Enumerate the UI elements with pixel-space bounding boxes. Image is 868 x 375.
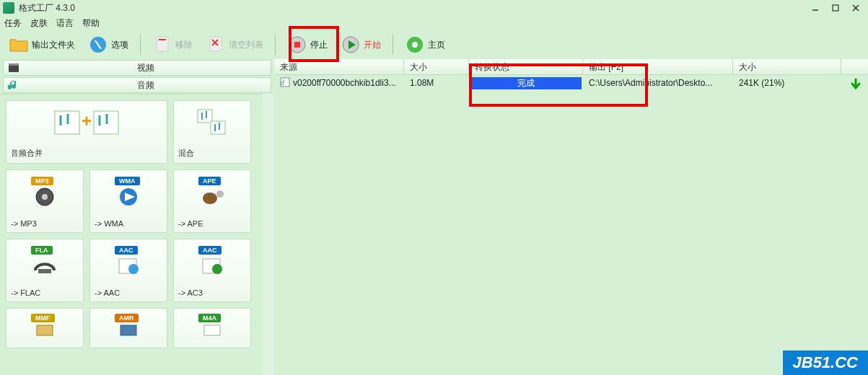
options-button[interactable]: 选项 bbox=[84, 33, 133, 56]
amr-icon: AMR bbox=[110, 313, 147, 339]
format-wma[interactable]: WMA -> WMA bbox=[89, 169, 167, 233]
svg-rect-21 bbox=[198, 110, 212, 123]
th-size[interactable]: 大小 bbox=[404, 59, 469, 74]
left-panel: 视频 音频 + 音频合并 混合 MP3 -> MP3 bbox=[0, 59, 274, 375]
badge-amr: AMR bbox=[115, 314, 139, 322]
format-label: 音频合并 bbox=[11, 148, 162, 159]
svg-point-31 bbox=[128, 264, 139, 274]
format-label: 混合 bbox=[178, 148, 246, 159]
category-video-label: 视频 bbox=[25, 62, 266, 74]
badge-aac: AAC bbox=[115, 246, 138, 255]
badge-aac2: AAC bbox=[198, 246, 222, 255]
format-aac[interactable]: AAC -> AAC bbox=[89, 239, 167, 302]
flac-icon: FLA bbox=[26, 244, 63, 278]
th-output[interactable]: 输出 [F2] bbox=[583, 59, 733, 74]
separator bbox=[393, 35, 393, 55]
clear-list-button[interactable]: 清空列表 bbox=[201, 33, 268, 56]
format-mmf[interactable]: MMF bbox=[6, 308, 84, 348]
close-button[interactable] bbox=[846, 1, 865, 14]
badge-ape: APE bbox=[198, 177, 221, 185]
task-list-panel: 来源 大小 转换状态 输出 [F2] 大小 v0200ff70000bchkib… bbox=[274, 59, 868, 375]
home-icon bbox=[405, 35, 425, 55]
format-label: -> AC3 bbox=[178, 288, 246, 297]
svg-rect-36 bbox=[204, 325, 220, 335]
svg-rect-35 bbox=[120, 325, 136, 335]
format-amr[interactable]: AMR bbox=[89, 308, 167, 348]
svg-text:+: + bbox=[82, 111, 92, 131]
badge-m4a: M4A bbox=[198, 314, 221, 322]
format-label: -> APE bbox=[178, 219, 246, 228]
options-label: 选项 bbox=[111, 39, 128, 51]
format-audio-merge[interactable]: + 音频合并 bbox=[6, 100, 167, 164]
menu-tasks[interactable]: 任务 bbox=[4, 17, 22, 30]
menu-help[interactable]: 帮助 bbox=[82, 17, 100, 30]
toolbar: 输出文件夹 选项 移除 清空列表 停止 开始 主页 bbox=[0, 30, 868, 59]
badge-wma: WMA bbox=[115, 177, 140, 185]
remove-label: 移除 bbox=[175, 39, 193, 51]
download-arrow-icon[interactable] bbox=[849, 78, 862, 93]
ape-icon: APE bbox=[193, 175, 231, 209]
menu-skin[interactable]: 皮肤 bbox=[30, 17, 48, 30]
watermark: JB51.CC bbox=[783, 350, 868, 375]
clear-icon bbox=[206, 35, 226, 55]
stop-label: 停止 bbox=[310, 39, 328, 51]
svg-point-24 bbox=[42, 194, 48, 200]
mix-icon bbox=[193, 105, 231, 140]
output-folder-button[interactable]: 输出文件夹 bbox=[4, 33, 79, 56]
minimize-button[interactable] bbox=[806, 1, 825, 14]
th-outsize[interactable]: 大小 bbox=[733, 59, 841, 74]
video-icon bbox=[8, 62, 19, 74]
svg-rect-34 bbox=[37, 325, 53, 335]
format-flac[interactable]: FLA -> FLAC bbox=[6, 239, 84, 302]
format-ape[interactable]: APE -> APE bbox=[173, 169, 251, 233]
cell-status: 完成 bbox=[469, 76, 583, 91]
svg-point-15 bbox=[412, 42, 418, 48]
svg-rect-29 bbox=[38, 269, 51, 273]
format-label: -> AAC bbox=[95, 288, 162, 297]
remove-button[interactable]: 移除 bbox=[148, 33, 197, 56]
cell-size: 1.08M bbox=[404, 76, 469, 89]
audio-icon bbox=[8, 79, 19, 91]
file-audio-icon bbox=[280, 77, 290, 89]
format-m4a[interactable]: M4A bbox=[173, 308, 251, 348]
window-title: 格式工厂 4.3.0 bbox=[19, 2, 75, 14]
category-audio[interactable]: 音频 bbox=[3, 77, 271, 93]
mp3-icon: MP3 bbox=[26, 175, 63, 209]
category-audio-label: 音频 bbox=[25, 79, 266, 92]
svg-point-27 bbox=[203, 193, 217, 204]
badge-mp3: MP3 bbox=[31, 177, 53, 185]
m4a-icon: M4A bbox=[193, 313, 231, 339]
svg-point-33 bbox=[212, 264, 222, 274]
format-ac3[interactable]: AAC -> AC3 bbox=[173, 239, 251, 302]
svg-point-28 bbox=[216, 190, 224, 198]
badge-fla: FLA bbox=[31, 246, 53, 255]
stop-button[interactable]: 停止 bbox=[283, 33, 332, 56]
svg-rect-17 bbox=[9, 63, 19, 66]
maximize-button[interactable] bbox=[826, 1, 845, 14]
table-header: 来源 大小 转换状态 输出 [F2] 大小 bbox=[274, 59, 868, 75]
cell-output: C:\Users\Administrator\Deskto... bbox=[583, 76, 733, 89]
th-status[interactable]: 转换状态 bbox=[469, 59, 583, 74]
home-button[interactable]: 主页 bbox=[400, 33, 450, 56]
remove-icon bbox=[152, 35, 172, 55]
format-mix[interactable]: 混合 bbox=[173, 100, 251, 164]
format-label: -> WMA bbox=[95, 219, 162, 228]
scrollbar[interactable] bbox=[263, 94, 274, 375]
category-video[interactable]: 视频 bbox=[3, 60, 271, 76]
format-grid: + 音频合并 混合 MP3 -> MP3 WMA -> WMA A bbox=[0, 94, 263, 375]
format-label: -> MP3 bbox=[11, 219, 79, 228]
svg-rect-22 bbox=[211, 121, 225, 134]
aac-icon: AAC bbox=[110, 244, 147, 278]
start-icon bbox=[341, 35, 361, 55]
start-button[interactable]: 开始 bbox=[336, 33, 385, 56]
format-mp3[interactable]: MP3 -> MP3 bbox=[6, 169, 84, 233]
table-row[interactable]: v0200ff70000bchkib1dli3... 1.08M 完成 C:\U… bbox=[274, 75, 868, 91]
ac3-icon: AAC bbox=[193, 244, 231, 278]
menu-language[interactable]: 语言 bbox=[56, 17, 74, 30]
menu-bar: 任务 皮肤 语言 帮助 bbox=[0, 16, 868, 30]
separator bbox=[140, 35, 141, 55]
title-bar: 格式工厂 4.3.0 bbox=[0, 0, 868, 16]
svg-rect-1 bbox=[833, 5, 838, 11]
status-badge: 完成 bbox=[470, 77, 582, 89]
th-source[interactable]: 来源 bbox=[274, 59, 404, 74]
